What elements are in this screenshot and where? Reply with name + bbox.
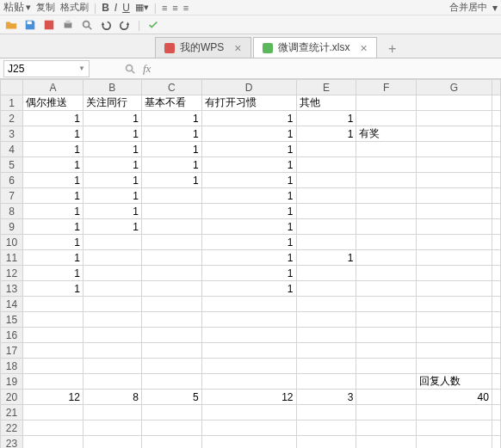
cell[interactable]: 1: [83, 157, 141, 173]
cell[interactable]: [141, 219, 201, 235]
cell[interactable]: [296, 328, 356, 343]
col-header[interactable]: [492, 80, 500, 95]
cell[interactable]: 1: [22, 250, 83, 266]
save-icon[interactable]: [24, 19, 36, 31]
cell[interactable]: [141, 188, 201, 204]
cell[interactable]: [83, 343, 141, 359]
cell[interactable]: [201, 343, 296, 359]
cell[interactable]: [22, 405, 83, 420]
cell[interactable]: [417, 420, 492, 436]
cell[interactable]: 1: [22, 126, 83, 142]
cell[interactable]: [356, 95, 417, 111]
cell[interactable]: 1: [22, 142, 83, 157]
cell[interactable]: 1: [201, 126, 296, 142]
cell[interactable]: [296, 359, 356, 374]
add-tab-button[interactable]: +: [384, 40, 401, 58]
cell[interactable]: [141, 250, 201, 266]
cell[interactable]: [356, 111, 417, 126]
cell[interactable]: 1: [22, 219, 83, 235]
cell[interactable]: [83, 297, 141, 312]
cell[interactable]: [356, 374, 417, 390]
cell[interactable]: [141, 281, 201, 297]
cell[interactable]: [22, 374, 83, 390]
cell[interactable]: [492, 297, 500, 312]
cell[interactable]: [296, 266, 356, 281]
cell[interactable]: 12: [22, 390, 83, 405]
cell[interactable]: [356, 436, 417, 449]
cell[interactable]: 5: [141, 390, 201, 405]
cell[interactable]: [492, 328, 500, 343]
cell[interactable]: [417, 436, 492, 449]
cell[interactable]: 3: [296, 390, 356, 405]
cell[interactable]: 有打开习惯: [201, 95, 296, 111]
cell[interactable]: [296, 312, 356, 328]
cell[interactable]: 1: [22, 173, 83, 188]
col-header[interactable]: E: [296, 80, 356, 95]
row-header[interactable]: 16: [1, 328, 23, 343]
cell[interactable]: [356, 390, 417, 405]
cell[interactable]: [22, 420, 83, 436]
cell[interactable]: 偶尔推送: [22, 95, 83, 111]
cell[interactable]: [83, 374, 141, 390]
cell[interactable]: [296, 297, 356, 312]
row-header[interactable]: 22: [1, 420, 23, 436]
cell[interactable]: [296, 281, 356, 297]
redo-icon[interactable]: [119, 19, 131, 31]
cell[interactable]: 1: [201, 188, 296, 204]
cell[interactable]: [296, 235, 356, 250]
cell[interactable]: 1: [296, 111, 356, 126]
row-header[interactable]: 9: [1, 219, 23, 235]
cell[interactable]: 1: [141, 157, 201, 173]
cell[interactable]: 回复人数: [417, 374, 492, 390]
cell[interactable]: [22, 436, 83, 449]
cell[interactable]: [492, 343, 500, 359]
col-header[interactable]: G: [417, 80, 492, 95]
cell[interactable]: [22, 343, 83, 359]
row-header[interactable]: 23: [1, 436, 23, 449]
cell[interactable]: [356, 219, 417, 235]
cell[interactable]: 1: [83, 126, 141, 142]
cell[interactable]: [417, 142, 492, 157]
col-header[interactable]: F: [356, 80, 417, 95]
cell[interactable]: [141, 420, 201, 436]
cell[interactable]: [417, 359, 492, 374]
cell[interactable]: 1: [22, 111, 83, 126]
cell[interactable]: [356, 328, 417, 343]
cell[interactable]: [356, 173, 417, 188]
cell[interactable]: [356, 250, 417, 266]
col-header[interactable]: B: [83, 80, 141, 95]
name-box[interactable]: J25 ▼: [3, 60, 90, 77]
cell[interactable]: [417, 250, 492, 266]
row-header[interactable]: 1: [1, 95, 23, 111]
cell[interactable]: [141, 374, 201, 390]
cell[interactable]: 1: [141, 142, 201, 157]
open-icon[interactable]: [5, 19, 17, 31]
row-header[interactable]: 2: [1, 111, 23, 126]
cell[interactable]: [83, 235, 141, 250]
cell[interactable]: [83, 328, 141, 343]
cell[interactable]: [141, 328, 201, 343]
underline-button[interactable]: U: [122, 2, 130, 14]
cell[interactable]: [356, 142, 417, 157]
cell[interactable]: [356, 359, 417, 374]
cell[interactable]: [356, 204, 417, 219]
pdf-icon[interactable]: [43, 19, 55, 31]
italic-button[interactable]: I: [114, 2, 117, 14]
cell[interactable]: 1: [22, 281, 83, 297]
tab-file[interactable]: 微调查统计.xlsx ×: [253, 37, 377, 58]
row-header[interactable]: 17: [1, 343, 23, 359]
align-left-button[interactable]: ≡: [162, 3, 167, 13]
chevron-down-icon[interactable]: ▼: [78, 64, 85, 72]
cell[interactable]: [296, 142, 356, 157]
cell[interactable]: [417, 312, 492, 328]
cell[interactable]: [417, 266, 492, 281]
select-all-cell[interactable]: [1, 80, 23, 95]
cell[interactable]: 1: [201, 157, 296, 173]
cell[interactable]: [296, 436, 356, 449]
cell[interactable]: [141, 405, 201, 420]
cell[interactable]: [201, 359, 296, 374]
fx-label[interactable]: fx: [143, 62, 151, 76]
row-header[interactable]: 14: [1, 297, 23, 312]
row-header[interactable]: 18: [1, 359, 23, 374]
cell[interactable]: 1: [22, 157, 83, 173]
